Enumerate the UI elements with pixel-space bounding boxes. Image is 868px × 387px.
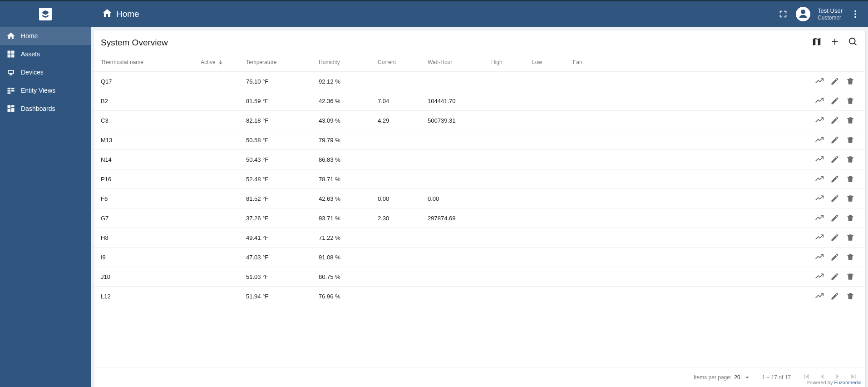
table-row[interactable]: B281.59 °F42.36 %7.04104441.70 bbox=[94, 91, 865, 110]
avatar[interactable] bbox=[796, 7, 810, 21]
col-watthour[interactable]: Watt-Hour bbox=[428, 59, 491, 65]
table-row[interactable]: M1350.58 °F79.79 % bbox=[94, 130, 865, 149]
trend-button[interactable] bbox=[812, 135, 827, 144]
trend-button[interactable] bbox=[812, 96, 827, 105]
edit-button[interactable] bbox=[827, 96, 843, 105]
cell-temperature: 82.18 °F bbox=[246, 117, 319, 124]
edit-button[interactable] bbox=[827, 253, 843, 262]
table-row[interactable]: F681.52 °F42.63 %0.000.00 bbox=[94, 189, 865, 208]
trend-button[interactable] bbox=[812, 233, 827, 242]
cell-humidity: 80.75 % bbox=[319, 273, 378, 280]
edit-button[interactable] bbox=[827, 233, 843, 242]
col-humidity[interactable]: Humidity bbox=[319, 59, 378, 65]
trend-button[interactable] bbox=[812, 292, 827, 301]
dash-icon bbox=[6, 104, 15, 113]
trend-button[interactable] bbox=[812, 194, 827, 203]
cell-temperature: 52.48 °F bbox=[246, 176, 319, 183]
edit-button[interactable] bbox=[827, 77, 843, 86]
delete-button[interactable] bbox=[843, 213, 858, 223]
delete-button[interactable] bbox=[843, 116, 858, 125]
cell-temperature: 50.43 °F bbox=[246, 156, 319, 163]
fullscreen-button[interactable] bbox=[778, 9, 789, 20]
cell-temperature: 37.26 °F bbox=[246, 215, 319, 222]
app-logo[interactable] bbox=[39, 8, 52, 20]
sidebar-item-devices[interactable]: Devices bbox=[0, 63, 91, 81]
delete-button[interactable] bbox=[843, 253, 858, 262]
edit-button[interactable] bbox=[827, 272, 843, 281]
delete-button[interactable] bbox=[843, 155, 858, 164]
table-row[interactable]: N1450.43 °F86.83 % bbox=[94, 149, 865, 169]
table-row[interactable]: C382.18 °F43.09 %4.29500739.31 bbox=[94, 110, 865, 130]
table-row[interactable]: J1051.03 °F80.75 % bbox=[94, 267, 865, 286]
col-high[interactable]: High bbox=[491, 59, 532, 65]
table-row[interactable]: L1251.94 °F76.96 % bbox=[94, 286, 865, 306]
cell-name: M13 bbox=[101, 137, 201, 144]
delete-button[interactable] bbox=[843, 96, 858, 105]
table-row[interactable]: H849.41 °F71.22 % bbox=[94, 228, 865, 247]
search-button[interactable] bbox=[848, 37, 858, 49]
cell-name: J10 bbox=[101, 273, 201, 280]
trend-button[interactable] bbox=[812, 155, 827, 164]
col-thermostat-name[interactable]: Thermostat name bbox=[101, 59, 201, 65]
delete-button[interactable] bbox=[843, 174, 858, 184]
cell-temperature: 76.10 °F bbox=[246, 78, 319, 85]
more-menu-button[interactable] bbox=[850, 9, 861, 20]
cell-name: C3 bbox=[101, 117, 201, 124]
card-title: System Overview bbox=[101, 38, 812, 48]
table-row[interactable]: I947.03 °F91.08 % bbox=[94, 247, 865, 267]
table-row[interactable]: Q1776.10 °F92.12 % bbox=[94, 71, 865, 91]
edit-button[interactable] bbox=[827, 194, 843, 203]
sidebar-item-home[interactable]: Home bbox=[0, 27, 91, 45]
dropdown-icon[interactable] bbox=[743, 373, 751, 382]
grid-icon bbox=[6, 50, 15, 59]
delete-button[interactable] bbox=[843, 233, 858, 242]
table-row[interactable]: P1652.48 °F78.71 % bbox=[94, 169, 865, 189]
edit-button[interactable] bbox=[827, 155, 843, 164]
add-button[interactable] bbox=[830, 37, 840, 49]
trend-button[interactable] bbox=[812, 174, 827, 184]
user-block[interactable]: Test User Customer bbox=[818, 7, 843, 21]
entity-icon bbox=[6, 86, 15, 95]
trend-button[interactable] bbox=[812, 213, 827, 223]
col-active[interactable]: Active bbox=[201, 59, 246, 65]
delete-button[interactable] bbox=[843, 194, 858, 203]
edit-button[interactable] bbox=[827, 213, 843, 223]
cell-temperature: 51.94 °F bbox=[246, 293, 319, 300]
table-row[interactable]: G737.26 °F93.71 %2.30297874.69 bbox=[94, 208, 865, 228]
delete-button[interactable] bbox=[843, 272, 858, 281]
col-low[interactable]: Low bbox=[532, 59, 573, 65]
devices-icon bbox=[6, 68, 15, 77]
delete-button[interactable] bbox=[843, 292, 858, 301]
app-header: Home Test User Customer bbox=[0, 1, 868, 27]
cell-name: F6 bbox=[101, 195, 201, 202]
sidebar-item-assets[interactable]: Assets bbox=[0, 45, 91, 63]
footer-brand-link[interactable]: Fuzonmedia bbox=[834, 380, 862, 385]
trend-button[interactable] bbox=[812, 272, 827, 281]
sidebar-item-label: Home bbox=[21, 32, 38, 40]
map-button[interactable] bbox=[812, 37, 822, 49]
col-fan[interactable]: Fan bbox=[573, 59, 614, 65]
delete-button[interactable] bbox=[843, 77, 858, 86]
edit-button[interactable] bbox=[827, 135, 843, 144]
cell-temperature: 81.52 °F bbox=[246, 195, 319, 202]
cell-humidity: 79.79 % bbox=[319, 137, 378, 144]
col-current[interactable]: Current bbox=[378, 59, 428, 65]
sidebar-item-entity-views[interactable]: Entity Views bbox=[0, 81, 91, 99]
delete-button[interactable] bbox=[843, 135, 858, 144]
cell-humidity: 42.36 % bbox=[319, 98, 378, 104]
items-per-page-label: Items per page: bbox=[694, 374, 731, 381]
trend-button[interactable] bbox=[812, 253, 827, 262]
col-temperature[interactable]: Temperature bbox=[246, 59, 319, 65]
cell-name: H8 bbox=[101, 234, 201, 241]
trend-button[interactable] bbox=[812, 116, 827, 125]
sidebar-item-label: Assets bbox=[21, 50, 40, 58]
sidebar-item-dashboards[interactable]: Dashboards bbox=[0, 99, 91, 118]
items-per-page-value[interactable]: 20 bbox=[734, 374, 740, 381]
edit-button[interactable] bbox=[827, 116, 843, 125]
edit-button[interactable] bbox=[827, 292, 843, 301]
trend-button[interactable] bbox=[812, 77, 827, 86]
cell-humidity: 91.08 % bbox=[319, 254, 378, 261]
paginator: Items per page: 20 1 – 17 of 17 bbox=[94, 367, 865, 387]
edit-button[interactable] bbox=[827, 174, 843, 184]
cell-name: B2 bbox=[101, 98, 201, 104]
